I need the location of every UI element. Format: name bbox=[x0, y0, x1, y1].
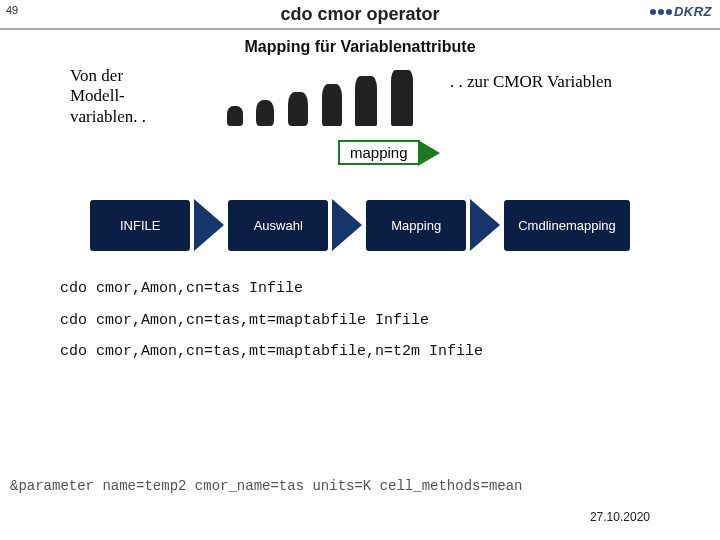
date-label: 27.10.2020 bbox=[590, 510, 650, 524]
command-list: cdo cmor,Amon,cn=tas Infile cdo cmor,Amo… bbox=[60, 273, 680, 368]
arrow-icon bbox=[470, 199, 500, 251]
left-caption-l3: variablen. . bbox=[70, 107, 200, 127]
slide-number: 49 bbox=[6, 4, 18, 16]
left-caption: Von der Modell- variablen. . bbox=[70, 66, 200, 127]
mapping-arrow-icon bbox=[418, 140, 440, 166]
command-line: cdo cmor,Amon,cn=tas Infile bbox=[60, 273, 680, 305]
logo-dots-icon bbox=[650, 9, 672, 15]
flow-box-infile: INFILE bbox=[90, 200, 190, 251]
flow-diagram: INFILE Auswahl Mapping Cmdlinemapping bbox=[0, 199, 720, 251]
mapping-label: mapping bbox=[338, 140, 420, 165]
left-caption-l2: Modell- bbox=[70, 86, 200, 106]
right-caption: . . zur CMOR Variablen bbox=[450, 72, 612, 92]
flow-box-mapping: Mapping bbox=[366, 200, 466, 251]
slide-title: cdo cmor operator bbox=[280, 4, 439, 25]
parameter-line: &parameter name=temp2 cmor_name=tas unit… bbox=[10, 478, 522, 494]
flow-box-auswahl: Auswahl bbox=[228, 200, 328, 251]
header: 49 cdo cmor operator DKRZ bbox=[0, 0, 720, 30]
command-line: cdo cmor,Amon,cn=tas,mt=maptabfile Infil… bbox=[60, 305, 680, 337]
top-row: Von der Modell- variablen. . . . zur CMO… bbox=[0, 56, 720, 127]
subtitle: Mapping für Variablenattribute bbox=[0, 38, 720, 56]
flow-box-cmdline: Cmdlinemapping bbox=[504, 200, 630, 251]
dkrz-logo: DKRZ bbox=[650, 4, 712, 19]
evolution-icon bbox=[220, 66, 420, 126]
left-caption-l1: Von der bbox=[70, 66, 200, 86]
arrow-icon bbox=[332, 199, 362, 251]
logo-text: DKRZ bbox=[674, 4, 712, 19]
command-line: cdo cmor,Amon,cn=tas,mt=maptabfile,n=t2m… bbox=[60, 336, 680, 368]
arrow-icon bbox=[194, 199, 224, 251]
